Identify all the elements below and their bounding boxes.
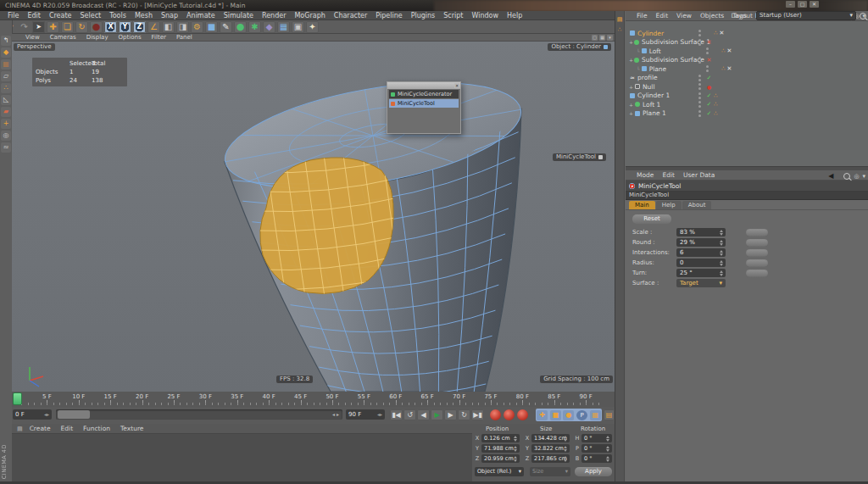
play-forwards-button[interactable]: ▶: [431, 409, 443, 420]
main-menu-item-window[interactable]: Window: [471, 12, 498, 19]
x-tag-icon[interactable]: ✕: [726, 47, 732, 54]
main-menu-item-render[interactable]: Render: [262, 12, 286, 19]
field-slider-button[interactable]: [746, 259, 768, 267]
move-tool-icon[interactable]: ✚: [47, 21, 59, 33]
tab-help[interactable]: Help: [656, 201, 682, 209]
check-mark-icon[interactable]: ✓: [704, 101, 714, 108]
object-manager-menu-item-objects[interactable]: Objects: [700, 12, 724, 19]
field-input[interactable]: 0: [676, 259, 726, 267]
visibility-dots-icon[interactable]: [696, 101, 704, 108]
last-tool-icon[interactable]: ●: [90, 21, 103, 33]
attribute-manager-menu-item-user-data[interactable]: User Data: [683, 171, 715, 179]
spinner-icon[interactable]: [605, 434, 610, 442]
snap-icon[interactable]: ≈: [1, 142, 11, 153]
material-manager-menu-item-edit[interactable]: Edit: [61, 425, 74, 432]
tab-about[interactable]: About: [682, 201, 712, 209]
expand-icon[interactable]: +: [629, 39, 633, 45]
lock-y-axis-icon[interactable]: Y: [119, 21, 131, 33]
object-name[interactable]: profile: [637, 74, 658, 81]
panel-menu-icon[interactable]: ▾: [862, 173, 865, 180]
main-menu-item-mograph[interactable]: MoGraph: [294, 12, 325, 19]
main-menu-item-file[interactable]: File: [8, 12, 19, 19]
field-slider-button[interactable]: [746, 239, 768, 247]
spinner-icon[interactable]: [563, 454, 568, 463]
check-mark-icon[interactable]: ✓: [704, 110, 714, 117]
field-input[interactable]: 29 %: [676, 238, 726, 247]
play-backwards-button[interactable]: ↺: [403, 409, 416, 420]
layer-tab-icon[interactable]: ∴: [618, 26, 621, 33]
visibility-dots-icon[interactable]: [696, 30, 704, 36]
reset-button[interactable]: Reset: [632, 214, 671, 224]
close-icon[interactable]: ✕: [454, 83, 459, 88]
rotation-h-field[interactable]: 0 °: [581, 434, 612, 442]
rotation-b-field[interactable]: 0 °: [581, 454, 612, 463]
playhead[interactable]: [13, 392, 22, 405]
enable-axis-icon[interactable]: +: [1, 119, 11, 129]
single-view-icon[interactable]: ▢: [592, 35, 598, 41]
visibility-dots-icon[interactable]: [696, 75, 704, 81]
key-parameter-button[interactable]: P: [576, 410, 587, 420]
object-manager-menu-item-file[interactable]: File: [637, 12, 648, 19]
visibility-dots-icon[interactable]: [696, 57, 704, 64]
field-input[interactable]: 83 %: [676, 228, 726, 236]
spinner-icon[interactable]: [563, 434, 568, 442]
texture-mode-icon[interactable]: ▦: [1, 59, 11, 70]
object-name[interactable]: Cylinder: [637, 30, 664, 37]
spinner-icon[interactable]: [719, 248, 724, 257]
end-frame-field[interactable]: 90 F ◂▸: [346, 409, 385, 420]
spinner-icon[interactable]: [513, 444, 518, 453]
check-mark-icon[interactable]: ✓: [704, 92, 714, 99]
spinner-icon[interactable]: [719, 259, 724, 267]
maximize-button[interactable]: ▢: [798, 1, 807, 8]
popup-item-minicyclegenerator[interactable]: MiniCycleGenerator: [389, 90, 459, 98]
object-row-cylinder-1[interactable]: Cylinder 1✓∴: [626, 92, 868, 101]
main-menu-item-select[interactable]: Select: [80, 12, 101, 19]
render-picture-viewer-icon[interactable]: ◨: [176, 21, 189, 33]
size-x-field[interactable]: 134.428 cm: [531, 434, 570, 442]
expand-icon[interactable]: +: [629, 110, 634, 116]
object-name[interactable]: Loft 1: [643, 101, 660, 108]
position-z-field[interactable]: 20.959 cm: [481, 454, 520, 463]
key-pla-button[interactable]: ▦: [590, 410, 601, 420]
key-scale-button[interactable]: ■: [550, 410, 561, 420]
surface-dropdown[interactable]: Target ▾: [676, 279, 726, 287]
next-frame-button[interactable]: ▶: [444, 409, 457, 420]
dots-tag-icon[interactable]: ∴: [721, 65, 725, 72]
panel-menu-icon[interactable]: ▾: [607, 35, 613, 41]
environment-icon[interactable]: ▦: [277, 21, 290, 33]
viewport-menu-item-panel[interactable]: Panel: [176, 34, 192, 41]
render-view-icon[interactable]: ◧: [162, 21, 175, 33]
points-mode-icon[interactable]: ∴: [1, 83, 11, 93]
visibility-dots-icon[interactable]: [696, 110, 704, 117]
viewport-solo-icon[interactable]: ◎: [1, 131, 11, 141]
spinner-icon[interactable]: [719, 269, 724, 277]
visibility-dots-icon[interactable]: [704, 47, 712, 54]
rotate-tool-icon[interactable]: ↻: [75, 21, 88, 33]
main-menu-item-snap[interactable]: Snap: [161, 12, 178, 19]
spinner-icon[interactable]: [563, 444, 568, 453]
tab-main[interactable]: Main: [629, 201, 655, 209]
field-input[interactable]: 6: [676, 248, 726, 257]
x-mark-icon[interactable]: ✕: [704, 57, 714, 64]
viewport-menu-item-cameras[interactable]: Cameras: [50, 34, 76, 41]
goto-end-button[interactable]: ▶▮: [471, 409, 484, 420]
visibility-dots-icon[interactable]: [696, 92, 704, 99]
object-row-null[interactable]: +Null●: [626, 82, 868, 92]
viewport-menu-item-view[interactable]: View: [25, 34, 40, 41]
lock-icon[interactable]: ◎: [854, 173, 859, 180]
object-row-profile[interactable]: ≈profile✓: [626, 74, 868, 83]
spinner-icon[interactable]: [719, 228, 724, 236]
viewport[interactable]: ViewCamerasDisplayOptionsFilterPanel ▢ ▦…: [12, 34, 615, 392]
viewport-menu-item-options[interactable]: Options: [119, 34, 142, 41]
render-settings-icon[interactable]: ⚙: [191, 21, 203, 33]
panel-grid-icon[interactable]: ▤: [17, 426, 23, 432]
history-back-icon[interactable]: ◀: [828, 172, 833, 180]
popup-title-bar[interactable]: ✕: [387, 82, 460, 89]
dots-tag-icon[interactable]: ∴: [714, 30, 717, 36]
position-x-field[interactable]: 0.126 cm: [481, 434, 520, 442]
key-position-button[interactable]: ✚: [537, 410, 548, 420]
main-menu-item-edit[interactable]: Edit: [27, 12, 41, 19]
object-row-loft[interactable]: └Loft∴✕: [626, 47, 868, 56]
goto-start-button[interactable]: ▮◀: [390, 409, 403, 420]
main-menu-item-simulate[interactable]: Simulate: [224, 12, 253, 19]
